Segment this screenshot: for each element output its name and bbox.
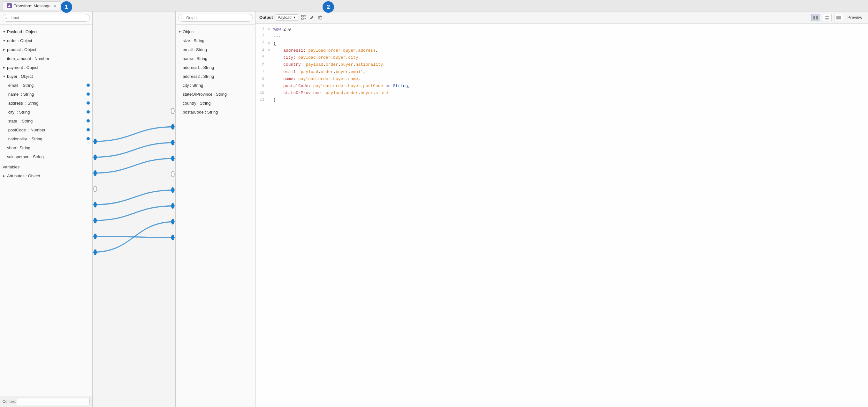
code-line-9: 9 postalCode: payload.order.buyer.postCo… xyxy=(255,82,868,90)
tab-label: Transform Message xyxy=(14,3,51,8)
code-line-4: 4 ⊖ address1: payload.order.buyer.addres… xyxy=(255,47,868,54)
svg-rect-32 xyxy=(836,15,841,20)
svg-marker-0 xyxy=(8,4,10,7)
code-line-2: 2 --- xyxy=(255,33,868,40)
tree-row-buyer: ▼ buyer : Object xyxy=(0,72,92,81)
tab-icon xyxy=(7,3,12,8)
input-panel: ⌕ ▼ Payload : Object ▼ order : Object ► … xyxy=(0,11,93,407)
output-row-size: size : String xyxy=(176,36,255,45)
svg-point-8 xyxy=(94,234,97,239)
tree-row-attributes: ► Attributes : Object xyxy=(0,171,92,180)
output-row-postalcode: postalCode : String xyxy=(176,107,255,116)
payload-dropdown[interactable]: Payload ▼ xyxy=(276,14,298,21)
svg-rect-29 xyxy=(816,15,818,20)
output-row-address2: address2 : String xyxy=(176,72,255,81)
connection-lines-svg xyxy=(93,11,175,407)
tree-row-address: address : String xyxy=(0,99,92,107)
output-row-country: country : String xyxy=(176,99,255,107)
svg-rect-30 xyxy=(825,15,829,17)
dot-city-left xyxy=(87,110,90,113)
context-label: Context xyxy=(3,399,16,404)
view-split-vertical-button[interactable] xyxy=(811,14,820,21)
code-line-10: 10 stateOrProvince: payload.order.buyer.… xyxy=(255,90,868,97)
output-row-state-or-province: stateOrProvince : String xyxy=(176,90,255,99)
dot-nationality-left xyxy=(87,137,90,140)
svg-text:+: + xyxy=(304,16,306,20)
code-line-8: 8 name: payload.order.buyer.name, xyxy=(255,76,868,82)
svg-point-13 xyxy=(171,156,174,161)
code-line-3: 3 ⊖ { xyxy=(255,40,868,47)
view-single-button[interactable] xyxy=(834,14,843,21)
input-search-input[interactable] xyxy=(3,14,90,22)
svg-line-22 xyxy=(312,16,313,17)
output-row-object: ▼ Object xyxy=(176,27,255,36)
output-search-icon: ⌕ xyxy=(180,15,183,20)
svg-rect-23 xyxy=(319,16,322,19)
svg-point-2 xyxy=(171,171,174,177)
tree-row-payload: ▼ Payload : Object xyxy=(0,27,92,36)
code-line-5: 5 city: payload.order.buyer.city, xyxy=(255,54,868,61)
dot-email-left xyxy=(87,83,90,87)
code-editor[interactable]: 1 ⊖ %dw 2.0 2 --- 3 ⊖ { 4 ⊖ address1: pa… xyxy=(255,24,868,407)
tree-row-state: state : String xyxy=(0,116,92,125)
svg-point-7 xyxy=(94,218,97,224)
svg-point-11 xyxy=(171,124,174,130)
tab-close-button[interactable]: × xyxy=(54,3,56,8)
input-panel-footer: Context xyxy=(0,396,92,407)
payload-dropdown-label: Payload xyxy=(278,15,291,20)
code-line-7: 7 email: payload.order.buyer.email, xyxy=(255,69,868,76)
connection-panel xyxy=(93,11,176,407)
tree-row-order: ▼ order : Object xyxy=(0,36,92,45)
svg-point-4 xyxy=(94,155,97,160)
output-row-email: email : String xyxy=(176,45,255,54)
view-split-horizontal-button[interactable] xyxy=(823,14,832,21)
delete-button[interactable] xyxy=(317,15,323,21)
dot-postcode-left xyxy=(87,128,90,131)
annotation-2: 2 xyxy=(322,1,334,13)
svg-point-15 xyxy=(171,203,174,209)
svg-rect-18 xyxy=(302,15,303,17)
dot-state-left xyxy=(87,119,90,123)
output-row-name: name : String xyxy=(176,54,255,63)
output-row-city: city : String xyxy=(176,81,255,90)
preview-button[interactable]: Preview xyxy=(846,14,864,21)
annotation-1: 1 xyxy=(61,1,72,13)
tree-row-name: name : String xyxy=(0,90,92,99)
code-panel: Output Payload ▼ + xyxy=(255,11,868,407)
dot-name-left xyxy=(87,93,90,96)
svg-point-1 xyxy=(171,108,174,114)
svg-point-16 xyxy=(171,219,174,225)
output-label: Output xyxy=(259,15,273,20)
input-tree: ▼ Payload : Object ▼ order : Object ► pr… xyxy=(0,25,92,396)
svg-point-3 xyxy=(94,139,97,144)
input-search-icon: ⌕ xyxy=(5,15,7,20)
tree-row-salesperson: salesperson : String xyxy=(0,152,92,161)
tree-row-variables: Variables xyxy=(0,162,92,171)
dropdown-arrow-icon: ▼ xyxy=(293,15,296,19)
code-toolbar: Output Payload ▼ + xyxy=(255,11,868,24)
svg-point-17 xyxy=(171,235,174,240)
output-tree: ▼ Object size : String email : String na… xyxy=(176,25,255,407)
tab-transform-message[interactable]: Transform Message × xyxy=(3,1,60,10)
tree-row-nationality: nationality : String xyxy=(0,134,92,143)
output-row-address1: address1 : String xyxy=(176,63,255,72)
add-field-button[interactable]: + xyxy=(301,15,307,21)
edit-button[interactable] xyxy=(309,15,315,21)
output-search-input[interactable] xyxy=(178,14,253,22)
tree-row-payment: ► payment : Object xyxy=(0,63,92,72)
tree-row-item-amount: item_amount : Number xyxy=(0,54,92,63)
svg-point-14 xyxy=(171,187,174,193)
tab-bar: Transform Message × xyxy=(0,0,868,11)
code-toolbar-left: Output Payload ▼ + xyxy=(259,14,323,21)
tree-row-product: ► product : Object xyxy=(0,45,92,54)
svg-point-6 xyxy=(94,202,97,208)
dot-address-left xyxy=(87,101,90,105)
tree-row-shop: shop : String xyxy=(0,143,92,152)
svg-point-10 xyxy=(94,186,97,192)
tree-row-email: email : String xyxy=(0,81,92,90)
code-line-1: 1 ⊖ %dw 2.0 xyxy=(255,26,868,33)
code-line-11: 11 } xyxy=(255,97,868,104)
tree-row-city: city : String xyxy=(0,107,92,116)
svg-rect-20 xyxy=(302,18,303,20)
tree-row-postcode: postCode : Number xyxy=(0,125,92,134)
